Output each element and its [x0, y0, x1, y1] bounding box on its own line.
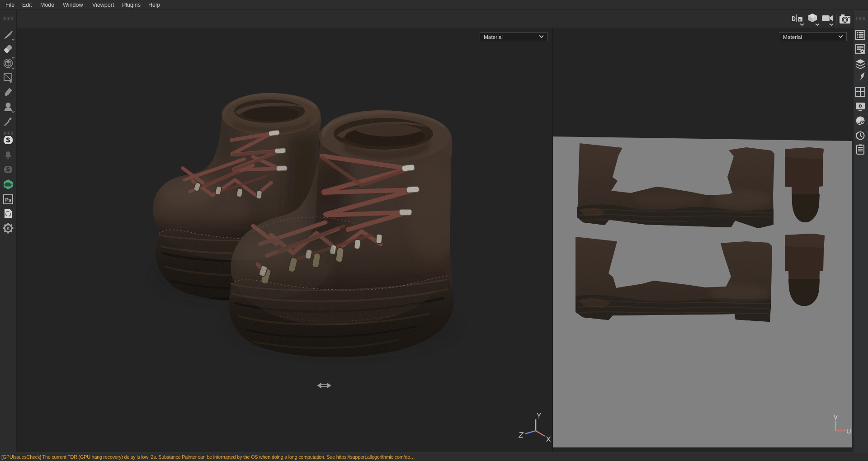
- svg-text:Ps: Ps: [5, 197, 11, 202]
- svg-text:S: S: [7, 226, 9, 231]
